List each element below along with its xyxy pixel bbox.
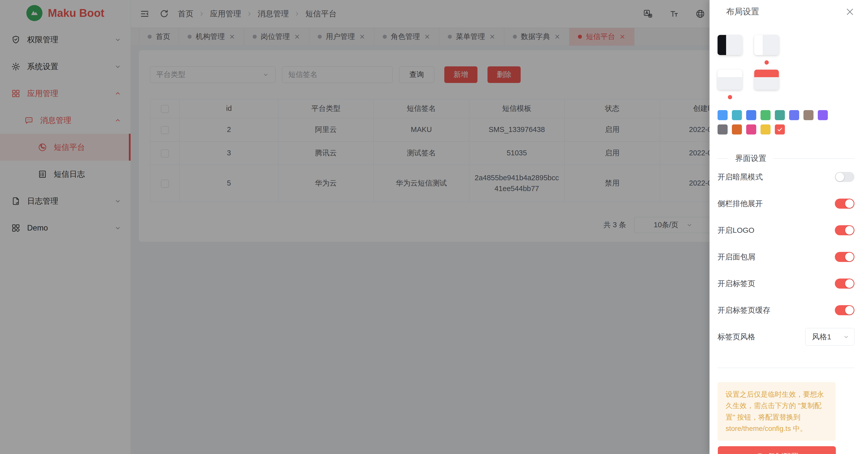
layout-options [718, 35, 868, 104]
interface-settings: 开启暗黑模式侧栏排他展开开启LOGO开启面包屑开启标签页开启标签页缓存 [718, 164, 868, 323]
copy-config-label: 复制配置 [768, 452, 799, 454]
chevron-down-icon [843, 333, 850, 340]
toggle-knob [845, 226, 854, 234]
toggle-knob [836, 173, 844, 181]
setting-row-sidebar-accordion: 侧栏排他展开 [718, 190, 855, 217]
toggle-breadcrumb[interactable] [835, 252, 855, 262]
layout-selected-slot [754, 55, 779, 69]
layout-thumbnail-light-sidebar[interactable] [754, 35, 779, 55]
setting-row-logo: 开启LOGO [718, 217, 855, 244]
toggle-knob [845, 279, 854, 288]
tab-style-row: 标签页风格 风格1 [718, 323, 855, 350]
layout-option-light-header[interactable] [718, 69, 742, 104]
theme-color-swatch[interactable] [789, 110, 799, 120]
layout-selected-slot [718, 90, 742, 104]
toggle-sidebar-accordion[interactable] [835, 199, 855, 209]
toggle-logo[interactable] [835, 225, 855, 235]
toggle-knob [845, 199, 854, 208]
theme-color-swatches [718, 110, 828, 135]
toggle-tabs[interactable] [835, 279, 855, 289]
toggle-knob [845, 306, 854, 314]
section-title: 界面设置 [728, 153, 773, 164]
theme-color-swatch[interactable] [761, 124, 771, 135]
setting-label: 开启暗黑模式 [718, 172, 763, 182]
theme-color-swatch[interactable] [718, 110, 727, 120]
setting-label: 开启标签页 [718, 279, 755, 289]
setting-row-dark-mode: 开启暗黑模式 [718, 164, 855, 190]
layout-option-dark-sidebar[interactable] [718, 35, 742, 69]
layout-thumbnail-light-header[interactable] [718, 69, 742, 90]
drawer-title: 布局设置 [726, 6, 759, 17]
drawer-body: 界面设置 开启暗黑模式侧栏排他展开开启LOGO开启面包屑开启标签页开启标签页缓存… [710, 35, 868, 441]
theme-color-swatch[interactable] [775, 124, 785, 135]
settings-notice: 设置之后仅是临时生效，要想永久生效，需点击下方的 "复制配置" 按钮，将配置替换… [718, 382, 836, 441]
theme-color-swatch[interactable] [803, 110, 813, 120]
tab-style-select[interactable]: 风格1 [805, 328, 855, 346]
setting-label: 开启标签页缓存 [718, 305, 770, 315]
setting-row-tabs-cache: 开启标签页缓存 [718, 297, 855, 323]
theme-color-swatch[interactable] [746, 124, 756, 135]
layout-settings-drawer: 布局设置 界面设置 开启暗黑模式侧栏排他展开开启LOGO开启面包屑开启标签页开启… [710, 0, 868, 454]
section-divider: 界面设置 [718, 153, 855, 164]
setting-label: 开启面包屑 [718, 252, 755, 262]
layout-selected-dot [728, 95, 732, 99]
toggle-tabs-cache[interactable] [835, 305, 855, 315]
layout-thumbnail-dark-sidebar[interactable] [718, 35, 742, 55]
layout-option-light-sidebar[interactable] [754, 35, 779, 69]
theme-color-swatch[interactable] [818, 110, 828, 120]
layout-option-primary-header[interactable] [754, 69, 779, 104]
theme-color-swatch[interactable] [775, 110, 785, 120]
copy-icon [755, 453, 763, 454]
toggle-dark-mode[interactable] [835, 172, 855, 182]
setting-label: 开启LOGO [718, 225, 754, 235]
drawer-header: 布局设置 [710, 0, 868, 17]
layout-selected-slot [754, 90, 779, 104]
setting-row-breadcrumb: 开启面包屑 [718, 244, 855, 270]
theme-color-swatch[interactable] [746, 110, 756, 120]
app-root: Maku Boot 权限管理系统设置应用管理消息管理短信平台短信日志日志管理De… [0, 0, 868, 454]
tab-style-value: 风格1 [812, 332, 831, 342]
theme-color-swatch[interactable] [732, 110, 742, 120]
toggle-knob [845, 253, 854, 261]
setting-row-tabs: 开启标签页 [718, 270, 855, 297]
theme-color-swatch[interactable] [732, 124, 742, 135]
copy-config-button[interactable]: 复制配置 [718, 446, 836, 454]
layout-selected-dot [765, 60, 769, 65]
theme-color-swatch[interactable] [761, 110, 771, 120]
layout-thumbnail-primary-header[interactable] [754, 69, 779, 90]
tab-style-label: 标签页风格 [718, 332, 755, 342]
layout-selected-slot [718, 55, 742, 69]
theme-color-swatch[interactable] [718, 124, 727, 135]
divider [718, 368, 855, 368]
setting-label: 侧栏排他展开 [718, 199, 763, 209]
close-icon[interactable] [845, 7, 855, 17]
check-icon [776, 126, 783, 133]
